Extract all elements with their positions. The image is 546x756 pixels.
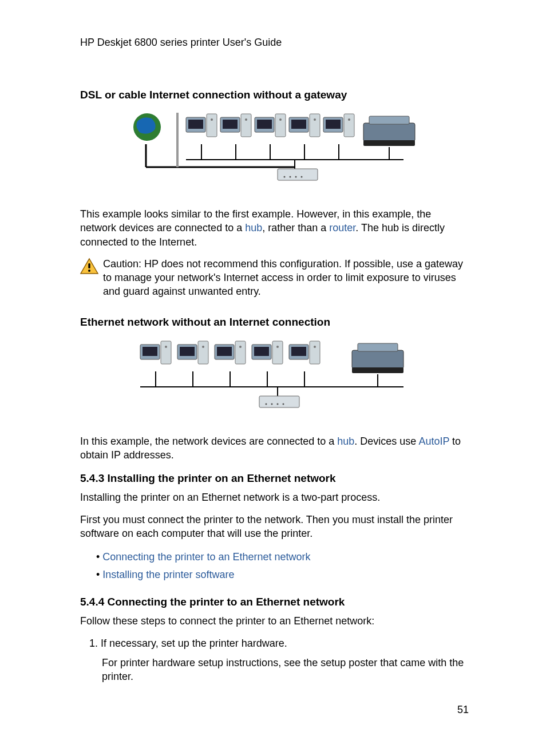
svg-rect-6 [207, 114, 217, 137]
caution-block: Caution: HP does not recommend this conf… [80, 257, 469, 299]
svg-rect-5 [188, 120, 203, 129]
svg-rect-55 [235, 341, 246, 364]
svg-point-46 [165, 346, 167, 348]
svg-rect-20 [291, 120, 306, 129]
svg-rect-77 [352, 367, 403, 373]
svg-rect-75 [352, 350, 403, 369]
svg-point-66 [314, 346, 316, 348]
svg-rect-25 [326, 120, 341, 129]
svg-rect-11 [241, 114, 251, 137]
svg-rect-10 [223, 120, 238, 129]
paragraph-connect-intro: Follow these steps to connect the printe… [80, 614, 469, 628]
svg-point-12 [245, 118, 247, 121]
text-fragment: In this example, the network devices are… [80, 436, 337, 447]
heading-dsl-no-gateway: DSL or cable Internet connection without… [80, 89, 469, 101]
paragraph-ethernet-example: In this example, the network devices are… [80, 434, 469, 462]
link-router[interactable]: router [329, 222, 355, 233]
svg-rect-54 [217, 347, 232, 356]
install-links-list: Connecting the printer to an Ethernet ne… [96, 548, 469, 583]
svg-rect-26 [344, 114, 354, 137]
svg-rect-37 [369, 116, 409, 124]
diagram-ethernet-hub-network [80, 334, 469, 417]
svg-rect-49 [180, 347, 195, 356]
network-diagram-icon [134, 334, 415, 417]
network-diagram-icon [129, 107, 421, 190]
svg-rect-21 [310, 114, 320, 137]
list-item: Connecting the printer to an Ethernet ne… [96, 548, 469, 566]
paragraph-install-steps: First you must connect the printer to th… [80, 513, 469, 541]
svg-rect-70 [259, 396, 299, 407]
link-installing-software[interactable]: Installing the printer software [102, 569, 234, 580]
heading-ethernet-no-internet: Ethernet network without an Internet con… [80, 316, 469, 328]
list-item: Installing the printer software [96, 566, 469, 584]
svg-rect-65 [310, 341, 320, 364]
caution-text: Caution: HP does not recommend this conf… [103, 257, 469, 299]
page-number: 51 [457, 704, 469, 716]
svg-rect-60 [272, 341, 283, 364]
svg-rect-16 [275, 114, 286, 137]
text-fragment: , rather than a [262, 222, 329, 233]
paragraph-dsl-example: This example looks similar to the first … [80, 207, 469, 249]
svg-rect-36 [363, 123, 415, 141]
svg-point-7 [211, 118, 213, 121]
svg-point-33 [289, 176, 291, 178]
warning-triangle-icon [80, 258, 98, 274]
svg-point-61 [276, 346, 279, 348]
doc-header: HP Deskjet 6800 series printer User's Gu… [80, 37, 469, 49]
step-number: 1. [89, 636, 101, 650]
list-item: 1.If necessary, set up the printer hardw… [89, 636, 469, 684]
svg-point-73 [276, 403, 278, 405]
svg-rect-41 [88, 263, 90, 268]
svg-point-22 [314, 118, 316, 121]
link-autoip[interactable]: AutoIP [418, 436, 449, 447]
svg-rect-38 [363, 140, 415, 146]
svg-rect-15 [257, 120, 272, 129]
svg-point-32 [283, 176, 285, 178]
svg-point-72 [271, 403, 272, 405]
svg-point-74 [282, 403, 284, 405]
text-fragment: . Devices use [354, 436, 418, 447]
svg-point-71 [265, 403, 267, 405]
svg-rect-64 [291, 347, 306, 356]
step-subtext: For printer hardware setup instructions,… [102, 656, 469, 684]
step-text: If necessary, set up the printer hardwar… [101, 638, 287, 649]
svg-point-35 [300, 176, 302, 178]
svg-point-34 [295, 176, 296, 178]
svg-point-56 [239, 346, 242, 348]
svg-point-51 [202, 346, 204, 348]
svg-rect-50 [198, 341, 208, 364]
svg-point-42 [88, 270, 90, 272]
svg-rect-59 [254, 347, 269, 356]
link-hub[interactable]: hub [245, 222, 262, 233]
svg-rect-45 [161, 341, 171, 364]
svg-rect-44 [143, 347, 157, 356]
diagram-dsl-hub-network [80, 107, 469, 190]
connect-steps-list: 1.If necessary, set up the printer hardw… [89, 636, 469, 684]
link-connecting-printer[interactable]: Connecting the printer to an Ethernet ne… [102, 551, 310, 563]
heading-connecting-printer: 5.4.4 Connecting the printer to an Ether… [80, 596, 469, 608]
heading-installing-printer: 5.4.3 Installing the printer on an Ether… [80, 472, 469, 485]
svg-rect-31 [278, 169, 318, 180]
link-hub[interactable]: hub [337, 436, 354, 447]
svg-rect-76 [358, 343, 398, 351]
paragraph-install-intro: Installing the printer on an Ethernet ne… [80, 490, 469, 504]
svg-point-27 [348, 118, 350, 121]
svg-point-17 [279, 118, 282, 121]
